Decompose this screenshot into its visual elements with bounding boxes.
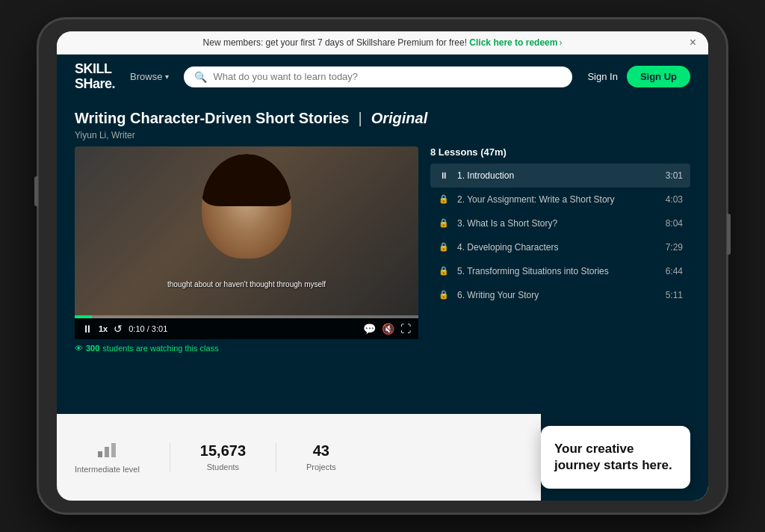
- pause-icon: ⏸: [438, 170, 450, 181]
- lesson-title: 4. Developing Characters: [457, 242, 658, 253]
- site-header: SKILL SHare. Browse ▾ 🔍 Sign In Sign Up: [57, 55, 708, 99]
- captions-button[interactable]: 💬: [363, 323, 376, 335]
- promo-banner: New members: get your first 7 days of Sk…: [57, 31, 708, 55]
- search-input[interactable]: [213, 71, 562, 82]
- lesson-item[interactable]: 🔒 6. Writing Your Story 5:11: [430, 283, 690, 307]
- close-icon[interactable]: ×: [690, 36, 696, 49]
- tablet-frame: New members: get your first 7 days of Sk…: [39, 19, 726, 513]
- video-background: thought about or haven't thought through…: [75, 146, 418, 318]
- lock-icon: 🔒: [438, 194, 450, 204]
- lesson-duration: 3:01: [666, 170, 683, 181]
- cta-text: Your creative journey starts here.: [554, 441, 677, 474]
- lesson-duration: 4:03: [666, 194, 683, 205]
- stat-projects: 43 Projects: [306, 442, 336, 471]
- original-badge: Original: [371, 110, 428, 127]
- lesson-item[interactable]: 🔒 5. Transforming Situations into Storie…: [430, 259, 690, 283]
- lock-icon: 🔒: [438, 242, 450, 252]
- controls-right: 💬 🔇 ⛶: [363, 323, 411, 335]
- lesson-item[interactable]: 🔒 3. What Is a Short Story? 8:04: [430, 211, 690, 235]
- stat-divider: [170, 442, 170, 472]
- svg-rect-0: [98, 451, 102, 457]
- lock-icon: 🔒: [438, 218, 450, 228]
- chevron-down-icon: ▾: [165, 72, 169, 81]
- video-player[interactable]: thought about or haven't thought through…: [75, 146, 418, 318]
- svg-rect-1: [105, 447, 109, 457]
- lesson-title: 3. What Is a Short Story?: [457, 218, 658, 229]
- level-label: Intermediate level: [75, 465, 140, 474]
- search-bar: 🔍: [184, 66, 572, 87]
- instructor-name: Yiyun Li, Writer: [75, 130, 690, 140]
- lesson-title: 5. Transforming Situations into Stories: [457, 266, 658, 276]
- tablet-side-button-right: [727, 214, 731, 255]
- sign-in-button[interactable]: Sign In: [587, 71, 617, 82]
- students-value: 15,673: [200, 442, 246, 460]
- skillshare-logo: SKILL SHare.: [75, 62, 115, 92]
- eye-icon: 👁: [75, 344, 83, 353]
- lesson-title: 1. Introduction: [457, 170, 658, 181]
- projects-label: Projects: [306, 463, 336, 471]
- play-pause-button[interactable]: ⏸: [82, 323, 93, 335]
- watching-text: students are watching this class: [102, 344, 218, 353]
- lesson-duration: 5:11: [666, 290, 683, 300]
- stats-row: Intermediate level 15,673 Students 43 Pr…: [57, 414, 541, 501]
- svg-rect-2: [111, 443, 116, 457]
- main-content: Writing Character-Driven Short Stories |…: [57, 99, 708, 501]
- course-title-line: Writing Character-Driven Short Stories |…: [75, 110, 690, 127]
- lesson-duration: 6:44: [666, 266, 683, 276]
- video-playlist-row: thought about or haven't thought through…: [57, 146, 708, 414]
- hair-detail: [202, 154, 291, 206]
- video-container: thought about or haven't thought through…: [75, 146, 418, 414]
- time-display: 0:10 / 3:01: [128, 324, 167, 333]
- projects-value: 43: [313, 442, 329, 460]
- watching-info: 👁 300 students are watching this class: [75, 339, 418, 357]
- course-header: Writing Character-Driven Short Stories |…: [57, 99, 708, 146]
- stat-level: Intermediate level: [75, 441, 140, 474]
- browse-button[interactable]: Browse ▾: [130, 71, 169, 82]
- watching-count: 300: [86, 344, 99, 353]
- banner-text: New members: get your first 7 days of Sk…: [203, 37, 467, 48]
- lock-icon: 🔒: [438, 266, 450, 276]
- header-actions: Sign In Sign Up: [587, 66, 690, 87]
- stat-students: 15,673 Students: [200, 442, 246, 471]
- lesson-duration: 8:04: [666, 218, 683, 229]
- progress-bar-fill: [75, 315, 92, 318]
- person-image: [202, 154, 291, 259]
- bottom-section: Intermediate level 15,673 Students 43 Pr…: [57, 414, 708, 501]
- rewind-button[interactable]: ↺: [114, 323, 123, 335]
- course-title: Writing Character-Driven Short Stories: [75, 110, 349, 127]
- tablet-side-button-left: [34, 176, 38, 206]
- lesson-title: 6. Writing Your Story: [457, 290, 658, 300]
- lesson-playlist: 8 Lessons (47m) ⏸ 1. Introduction 3:01 🔒…: [430, 146, 690, 414]
- students-label: Students: [207, 463, 239, 471]
- fullscreen-button[interactable]: ⛶: [400, 323, 411, 335]
- video-subtitle: thought about or haven't thought through…: [75, 280, 418, 288]
- search-icon: 🔍: [194, 71, 207, 83]
- lesson-duration: 7:29: [666, 242, 683, 253]
- title-divider: |: [358, 110, 362, 127]
- lesson-item[interactable]: ⏸ 1. Introduction 3:01: [430, 164, 690, 188]
- bar-chart-icon: [96, 441, 117, 462]
- speed-button[interactable]: 1x: [99, 324, 108, 333]
- video-controls: ⏸ 1x ↺ 0:10 / 3:01 💬 🔇: [75, 318, 418, 339]
- cta-card: Your creative journey starts here.: [541, 426, 690, 489]
- lock-icon: 🔒: [438, 290, 450, 300]
- progress-bar-background: [75, 315, 418, 318]
- banner-cta-link[interactable]: Click here to redeem: [469, 37, 557, 48]
- course-area: Writing Character-Driven Short Stories |…: [57, 99, 708, 501]
- audio-button[interactable]: 🔇: [382, 323, 394, 335]
- stat-divider: [276, 442, 276, 472]
- playlist-header: 8 Lessons (47m): [430, 146, 690, 164]
- lesson-item[interactable]: 🔒 4. Developing Characters 7:29: [430, 235, 690, 259]
- lesson-title: 2. Your Assignment: Write a Short Story: [457, 194, 658, 205]
- lesson-item[interactable]: 🔒 2. Your Assignment: Write a Short Stor…: [430, 188, 690, 211]
- sign-up-button[interactable]: Sign Up: [627, 66, 690, 87]
- tablet-screen: New members: get your first 7 days of Sk…: [57, 31, 708, 501]
- banner-arrow: ›: [559, 37, 562, 48]
